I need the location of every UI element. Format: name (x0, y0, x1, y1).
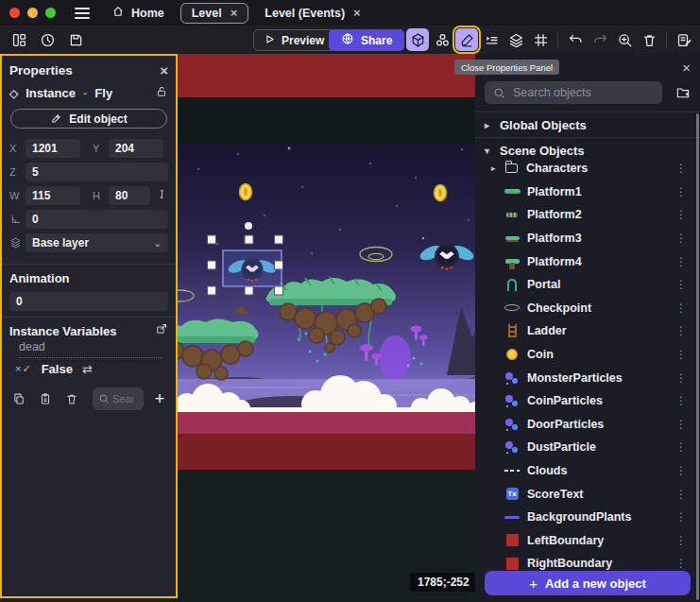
variable-value-row: ×✓ False ⇄ (15, 362, 93, 376)
width-input[interactable] (26, 186, 80, 205)
object-menu-icon[interactable]: ⋮ (672, 208, 691, 221)
main-menu-icon[interactable] (75, 8, 90, 19)
object-item-scoretext[interactable]: TxScoreText⋮ (475, 482, 696, 506)
animation-input[interactable] (9, 292, 168, 311)
objects-close-icon[interactable]: × (682, 60, 691, 76)
object-menu-icon[interactable]: ⋮ (672, 301, 691, 315)
variable-name[interactable]: dead (19, 340, 162, 358)
events-sheet-icon[interactable] (673, 28, 695, 51)
p2-thumbnail (504, 207, 521, 222)
object-item-coinparticles[interactable]: CoinParticles⋮ (475, 389, 696, 413)
object-item-clouds[interactable]: Clouds⋮ (475, 459, 696, 483)
object-item-backgroundplants[interactable]: BackgroundPlants⋮ (475, 506, 696, 529)
lock-aspect-ratio-icon[interactable] (156, 187, 168, 204)
objects-scrollbar[interactable] (696, 113, 699, 600)
object-item-platform3[interactable]: Platform3⋮ (475, 227, 696, 250)
object-menu-icon[interactable]: ⋮ (672, 348, 691, 361)
tab-level-events[interactable]: Level (Events)× (254, 3, 370, 24)
properties-panel-icon[interactable] (455, 28, 478, 51)
object-menu-icon[interactable]: ⋮ (672, 324, 691, 337)
variables-search-field[interactable] (93, 387, 144, 410)
properties-close-icon[interactable]: × (160, 62, 168, 78)
object-menu-icon[interactable]: ⋮ (672, 371, 691, 385)
instances-list-icon[interactable] (480, 28, 503, 51)
object-menu-icon[interactable]: ⋮ (672, 488, 691, 501)
tab-home[interactable]: Home (101, 3, 175, 24)
save-icon[interactable] (64, 28, 87, 51)
object-menu-icon[interactable]: ⋮ (672, 255, 691, 268)
history-icon[interactable] (36, 28, 59, 51)
object-menu-icon[interactable]: ⋮ (672, 557, 691, 570)
copy-icon[interactable] (8, 387, 30, 410)
tab-close-icon[interactable]: × (353, 7, 361, 19)
object-menu-icon[interactable]: ⋮ (672, 162, 691, 175)
object-item-doorparticles[interactable]: DoorParticles⋮ (475, 413, 696, 437)
tab-close-icon[interactable]: × (230, 7, 238, 19)
undo-icon[interactable] (564, 28, 587, 51)
window-close-button[interactable] (9, 8, 20, 18)
object-item-ladder[interactable]: Ladder⋮ (475, 319, 696, 343)
object-item-leftboundary[interactable]: LeftBoundary⋮ (475, 529, 696, 553)
particles-thumbnail (504, 417, 521, 432)
triangle-right-icon[interactable]: ▸ (491, 163, 503, 173)
window-zoom-button[interactable] (45, 8, 56, 18)
object-menu-icon[interactable]: ⋮ (672, 278, 691, 291)
unlock-icon[interactable] (155, 85, 168, 101)
object-item-platform4[interactable]: Platform4⋮ (475, 249, 696, 273)
ladder-thumbnail (504, 323, 521, 338)
object-item-monsterparticles[interactable]: MonsterParticles⋮ (475, 366, 696, 389)
delete-icon[interactable] (638, 28, 660, 51)
angle-input[interactable] (26, 210, 168, 229)
panels-icon[interactable] (8, 28, 30, 51)
layers-panel-icon[interactable] (504, 28, 527, 51)
zoom-in-icon[interactable] (613, 28, 636, 51)
object-menu-icon[interactable]: ⋮ (672, 464, 691, 477)
toolbar-right-icons (406, 28, 695, 51)
add-variable-icon[interactable]: + (149, 389, 170, 409)
plants-thumbnail (504, 509, 521, 525)
add-new-object-button[interactable]: + Add a new object (485, 571, 691, 595)
height-input[interactable] (109, 186, 150, 205)
objects-panel-icon[interactable] (406, 28, 429, 51)
open-variables-editor-icon[interactable] (155, 322, 168, 339)
object-menu-icon[interactable]: ⋮ (672, 440, 691, 454)
object-item-characters[interactable]: ▸Characters⋮ (475, 157, 696, 181)
object-menu-icon[interactable]: ⋮ (672, 232, 691, 245)
object-item-platform1[interactable]: Platform1⋮ (475, 181, 696, 204)
object-menu-icon[interactable]: ⋮ (672, 185, 691, 198)
add-folder-icon[interactable] (673, 82, 693, 103)
variable-value[interactable]: False (42, 362, 73, 376)
share-button[interactable]: Share (329, 29, 404, 51)
object-item-dustparticle[interactable]: DustParticle⋮ (475, 436, 696, 459)
global-objects-group[interactable]: ▸ Global Objects (485, 115, 692, 134)
layer-select[interactable]: Base layer ⌄ (26, 233, 168, 252)
grid-icon[interactable] (529, 28, 552, 51)
window-minimize-button[interactable] (27, 8, 38, 18)
variables-search-input[interactable] (112, 393, 133, 404)
tab-level[interactable]: Level× (180, 3, 249, 24)
object-menu-icon[interactable]: ⋮ (672, 394, 691, 407)
y-input[interactable] (109, 139, 163, 158)
x-input[interactable] (26, 139, 80, 158)
object-item-portal[interactable]: Portal⋮ (475, 273, 696, 297)
coin-thumbnail (504, 347, 521, 362)
object-menu-icon[interactable]: ⋮ (672, 534, 691, 547)
properties-panel-title: Properties (9, 63, 73, 77)
object-item-coin[interactable]: Coin⋮ (475, 343, 696, 367)
z-input[interactable] (26, 163, 168, 181)
boundary-thumbnail (504, 533, 521, 548)
paste-icon[interactable] (34, 387, 57, 410)
objects-search-field[interactable] (485, 81, 662, 104)
toggle-variable-icon[interactable]: ⇄ (82, 362, 93, 376)
variables-toolbar: + (8, 387, 170, 411)
object-menu-icon[interactable]: ⋮ (672, 418, 691, 431)
object-menu-icon[interactable]: ⋮ (672, 510, 691, 524)
object-label: DustParticle (527, 440, 596, 454)
behaviors-icon[interactable] (431, 28, 453, 51)
delete-variable-icon[interactable] (60, 387, 83, 410)
object-item-checkpoint[interactable]: Checkpoint⋮ (475, 297, 696, 320)
object-item-platform2[interactable]: Platform2⋮ (475, 203, 696, 227)
edit-object-button[interactable]: Edit object (10, 109, 167, 129)
layer-icon (9, 236, 21, 250)
objects-search-input[interactable] (513, 86, 665, 99)
